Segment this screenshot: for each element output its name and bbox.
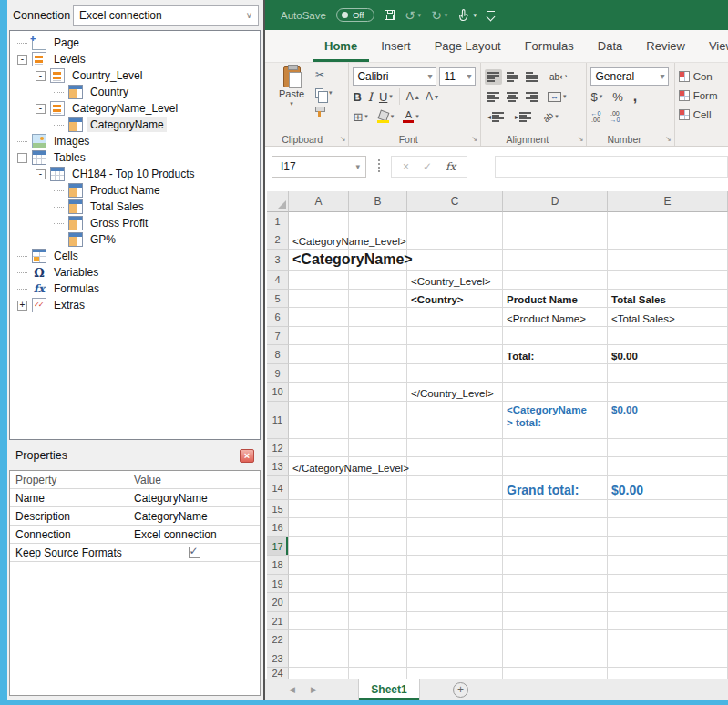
cell-A10[interactable] [289, 383, 349, 402]
accounting-format-button[interactable]: $▾ [590, 90, 602, 104]
tab-review[interactable]: Review [634, 30, 697, 62]
cell-D22[interactable] [503, 630, 608, 649]
format-painter-button[interactable] [315, 104, 333, 118]
cell-B15[interactable] [349, 500, 407, 518]
cell-A18[interactable] [289, 556, 349, 575]
font-size-select[interactable]: 11▾ [439, 67, 476, 86]
collapse-icon[interactable]: - [36, 71, 46, 81]
redo-button[interactable]: ↻▾ [431, 8, 447, 23]
cell-E24[interactable] [608, 668, 728, 679]
tree-item-variables[interactable]: ΩVariables [10, 264, 260, 281]
cell-B11[interactable] [349, 402, 407, 439]
cell-D5[interactable]: Product Name [503, 290, 608, 308]
cell-C20[interactable] [407, 593, 503, 612]
cell-C24[interactable] [407, 668, 503, 679]
row-header-16[interactable]: 16 [267, 518, 289, 537]
align-center-button[interactable] [504, 89, 521, 105]
cell-B4[interactable] [349, 271, 407, 290]
cell-A17[interactable] [289, 537, 349, 556]
row-header-13[interactable]: 13 [267, 457, 289, 476]
wrap-text-button[interactable]: ab↩ [549, 72, 568, 82]
cell-A22[interactable] [289, 630, 349, 649]
undo-button[interactable]: ↺▾ [405, 8, 421, 23]
cell-E23[interactable] [608, 649, 728, 668]
autosave-toggle[interactable]: Off [336, 8, 374, 22]
cell-E3[interactable] [608, 250, 728, 271]
cell-A9[interactable] [289, 364, 349, 383]
cell-C17[interactable] [407, 537, 503, 556]
cell-E18[interactable] [608, 556, 728, 575]
cell-D9[interactable] [503, 364, 608, 383]
tab-home[interactable]: Home [313, 30, 369, 62]
cell-styles-button[interactable]: Cell [679, 105, 724, 124]
tree-item-categoryname[interactable]: CategoryName [10, 117, 260, 133]
fill-color-button[interactable]: ▾ [377, 111, 395, 123]
cancel-icon[interactable]: × [403, 160, 409, 173]
new-sheet-button[interactable]: + [453, 682, 468, 698]
cell-C18[interactable] [407, 556, 503, 575]
cell-A2[interactable]: <CategoryName_Level> [289, 230, 349, 250]
cell-D23[interactable] [503, 649, 608, 668]
tree-item-tables[interactable]: -Tables [10, 149, 260, 166]
cell-A15[interactable] [289, 500, 349, 518]
cell-D19[interactable] [503, 575, 608, 593]
underline-button[interactable]: U▾ [379, 90, 393, 104]
qat-customize-button[interactable] [487, 11, 495, 20]
column-header-b[interactable]: B [349, 191, 407, 212]
cell-E4[interactable] [608, 271, 728, 290]
tree-item-gp[interactable]: GP% [10, 231, 260, 248]
column-header-c[interactable]: C [407, 191, 503, 212]
cell-B17[interactable] [349, 537, 407, 556]
align-top-button[interactable] [485, 69, 502, 85]
row-header-24[interactable]: 24 [267, 668, 289, 679]
row-header-19[interactable]: 19 [267, 575, 289, 593]
row-header-9[interactable]: 9 [267, 364, 289, 383]
cell-E22[interactable] [608, 630, 728, 649]
cell-D4[interactable] [503, 271, 608, 290]
cell-A4[interactable] [289, 271, 349, 290]
cell-D7[interactable] [503, 327, 608, 345]
row-header-6[interactable]: 6 [267, 308, 289, 327]
sheet-nav-right-icon[interactable]: ▶ [311, 685, 320, 694]
row-header-10[interactable]: 10 [267, 383, 289, 402]
row-header-3[interactable]: 3 [267, 250, 289, 271]
cell-B14[interactable] [349, 476, 407, 500]
row-header-2[interactable]: 2 [267, 230, 289, 250]
cell-C1[interactable] [407, 212, 503, 230]
tree-item-page[interactable]: Page [10, 35, 260, 51]
row-header-14[interactable]: 14 [267, 476, 289, 500]
sheet-tab-sheet1[interactable]: Sheet1 [358, 679, 420, 700]
cell-D24[interactable] [503, 668, 608, 679]
cell-D10[interactable] [503, 383, 608, 402]
cell-B8[interactable] [349, 345, 407, 364]
cell-C11[interactable] [407, 402, 503, 439]
collapse-icon[interactable]: - [17, 153, 27, 163]
row-header-5[interactable]: 5 [267, 290, 289, 308]
tree-item-total-sales[interactable]: Total Sales [10, 199, 260, 215]
cell-D16[interactable] [503, 518, 608, 537]
close-icon[interactable]: × [240, 449, 254, 463]
cell-A7[interactable] [289, 327, 349, 345]
cell-B6[interactable] [349, 308, 407, 327]
row-header-7[interactable]: 7 [267, 327, 289, 345]
cell-C9[interactable] [407, 364, 503, 383]
cell-D3[interactable] [503, 250, 608, 271]
cell-B21[interactable] [349, 612, 407, 630]
cell-C19[interactable] [407, 575, 503, 593]
cell-D14[interactable]: Grand total: [503, 476, 608, 500]
column-header-e[interactable]: E [608, 191, 728, 212]
cell-A21[interactable] [289, 612, 349, 630]
cell-A6[interactable] [289, 308, 349, 327]
cell-C6[interactable] [407, 308, 503, 327]
cell-E15[interactable] [608, 500, 728, 518]
cell-B24[interactable] [349, 668, 407, 679]
tab-insert[interactable]: Insert [369, 30, 423, 62]
align-right-button[interactable] [523, 89, 540, 105]
cell-E10[interactable] [608, 383, 728, 402]
cell-C7[interactable] [407, 327, 503, 345]
tab-page-layout[interactable]: Page Layout [423, 30, 513, 62]
tree-item-categoryname-level[interactable]: -CategoryName_Level [10, 100, 260, 117]
cell-D8[interactable]: Total: [503, 345, 608, 364]
cell-E21[interactable] [608, 612, 728, 630]
conditional-formatting-button[interactable]: Con [679, 66, 724, 86]
